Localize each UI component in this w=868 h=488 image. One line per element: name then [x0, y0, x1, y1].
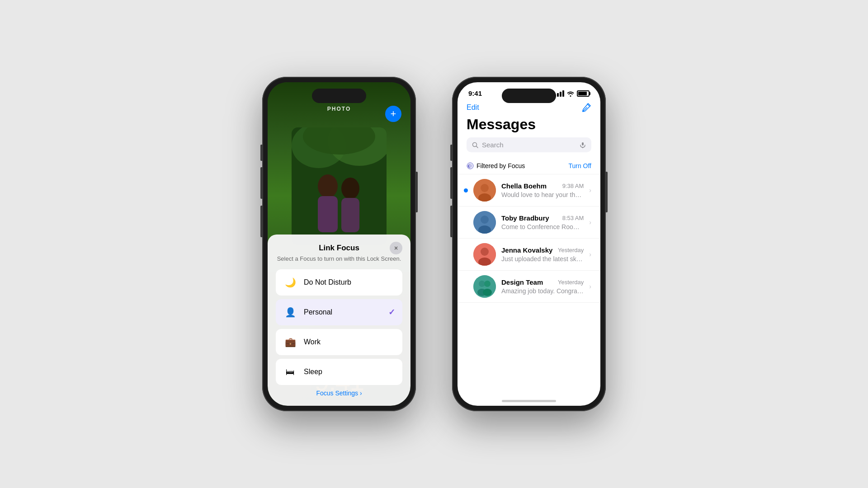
volume-down-button[interactable] — [260, 206, 262, 237]
status-time: 9:41 — [468, 89, 482, 97]
focus-label-personal: Personal — [304, 308, 382, 316]
focus-label-sleep: Sleep — [304, 368, 395, 376]
photo-container — [292, 127, 387, 245]
modal-subtitle: Select a Focus to turn on with this Lock… — [276, 255, 402, 262]
turn-off-button[interactable]: Turn Off — [568, 162, 591, 169]
scene: + PHOTO — [262, 77, 606, 411]
message-time-jenna: Yesterday — [558, 247, 584, 253]
lockscreen-content: + PHOTO — [268, 82, 410, 406]
signal-bar-4 — [562, 90, 564, 97]
edit-button[interactable]: Edit — [467, 103, 479, 112]
battery-fill — [578, 92, 587, 95]
signal-bar-3 — [560, 92, 561, 97]
avatar-jenna — [473, 243, 496, 266]
link-focus-modal: × Link Focus Select a Focus to turn on w… — [268, 235, 410, 406]
focus-item-work[interactable]: 💼 Work — [276, 329, 402, 355]
unread-dot-chella — [464, 188, 468, 192]
mic-icon — [580, 142, 586, 148]
search-placeholder: Search — [482, 141, 576, 149]
focus-item-personal[interactable]: 👤 Personal ✓ — [276, 299, 402, 325]
svg-point-32 — [483, 289, 492, 296]
message-name-jenna: Jenna Kovalsky — [501, 246, 552, 254]
message-item-toby[interactable]: Toby Bradbury 8:53 AM Come to Conference… — [458, 206, 600, 239]
message-preview-jenna: Just uploaded the latest sketches. Let m… — [501, 255, 584, 263]
svg-point-4 — [318, 174, 338, 198]
search-bar[interactable]: Search — [467, 137, 591, 152]
svg-rect-9 — [341, 198, 359, 232]
message-name-toby: Toby Bradbury — [501, 214, 549, 222]
compose-button[interactable] — [581, 103, 591, 113]
avatar-toby — [473, 211, 496, 234]
message-item-jenna[interactable]: Jenna Kovalsky Yesterday Just uploaded t… — [458, 239, 600, 271]
message-content-design: Design Team Yesterday Amazing job today.… — [501, 278, 584, 295]
message-item-chella[interactable]: Chella Boehm 9:38 AM Would love to hear … — [458, 174, 600, 206]
focus-item-sleep[interactable]: 🛏 Sleep — [276, 359, 402, 385]
svg-point-18 — [468, 164, 472, 168]
message-top-design: Design Team Yesterday — [501, 278, 584, 286]
moon-icon: 🌙 — [283, 275, 297, 290]
svg-point-20 — [481, 184, 489, 192]
message-top-jenna: Jenna Kovalsky Yesterday — [501, 246, 584, 254]
message-top-toby: Toby Bradbury 8:53 AM — [501, 214, 584, 222]
modal-title: Link Focus — [276, 244, 402, 253]
messages-content: 9:41 — [458, 82, 600, 406]
wifi-icon — [567, 90, 574, 97]
dynamic-island — [312, 89, 366, 103]
volume-up-button[interactable] — [260, 167, 262, 199]
focus-item-do-not-disturb[interactable]: 🌙 Do Not Disturb — [276, 269, 402, 296]
svg-line-13 — [476, 146, 478, 148]
focus-moon-icon — [467, 162, 474, 169]
power-button[interactable] — [416, 172, 418, 212]
focus-settings-link[interactable]: Focus Settings › — [276, 389, 402, 397]
volume-down-button-2[interactable] — [450, 206, 452, 237]
messages-header: Edit Messages — [458, 101, 600, 158]
bed-icon: 🛏 — [283, 365, 297, 379]
volume-up-button-2[interactable] — [450, 167, 452, 199]
message-name-chella: Chella Boehm — [501, 182, 547, 190]
message-top-chella: Chella Boehm 9:38 AM — [501, 182, 584, 190]
avatar-chella — [473, 179, 496, 202]
status-icons — [554, 90, 590, 97]
message-list: Chella Boehm 9:38 AM Would love to hear … — [458, 174, 600, 303]
focus-label-dnd: Do Not Disturb — [304, 278, 395, 286]
search-icon — [472, 142, 478, 148]
message-time-design: Yesterday — [558, 279, 584, 286]
briefcase-icon: 💼 — [283, 335, 297, 349]
signal-bar-2 — [557, 93, 559, 97]
svg-rect-14 — [582, 142, 584, 145]
add-button[interactable]: + — [385, 106, 401, 122]
message-name-design: Design Team — [501, 278, 543, 286]
svg-point-29 — [479, 281, 485, 287]
chevron-toby: › — [589, 219, 591, 226]
plus-icon: + — [391, 108, 396, 120]
message-preview-toby: Come to Conference Room at 1PM for Kelse… — [501, 223, 584, 230]
silent-switch — [260, 145, 262, 161]
message-time-chella: 9:38 AM — [562, 183, 584, 189]
lockscreen-screen: + PHOTO — [268, 82, 410, 406]
home-indicator — [502, 400, 556, 402]
silent-switch-2 — [450, 145, 452, 161]
filtered-text: Filtered by Focus — [476, 162, 525, 169]
message-item-design-team[interactable]: Design Team Yesterday Amazing job today.… — [458, 271, 600, 303]
messages-nav: Edit — [467, 103, 591, 113]
messages-title: Messages — [467, 116, 591, 133]
filtered-left: Filtered by Focus — [467, 162, 525, 169]
avatar-design-team — [473, 275, 496, 298]
messages-screen: 9:41 — [458, 82, 600, 406]
message-content-chella: Chella Boehm 9:38 AM Would love to hear … — [501, 182, 584, 198]
phone-lockscreen: + PHOTO — [262, 77, 416, 411]
power-button-2[interactable] — [606, 172, 608, 212]
message-preview-chella: Would love to hear your thoughts on the … — [501, 191, 584, 198]
svg-rect-8 — [318, 196, 338, 232]
message-time-toby: 8:53 AM — [562, 215, 584, 221]
focus-label-work: Work — [304, 338, 395, 346]
filtered-by-focus-banner: Filtered by Focus Turn Off — [458, 158, 600, 174]
message-preview-design: Amazing job today. Congrats to the entir… — [501, 287, 584, 295]
battery-icon — [577, 90, 590, 97]
svg-point-23 — [481, 216, 489, 224]
person-icon: 👤 — [283, 305, 297, 319]
battery-tip — [589, 92, 590, 95]
message-content-toby: Toby Bradbury 8:53 AM Come to Conference… — [501, 214, 584, 230]
checkmark-icon: ✓ — [388, 307, 395, 317]
modal-close-button[interactable]: × — [390, 242, 402, 254]
